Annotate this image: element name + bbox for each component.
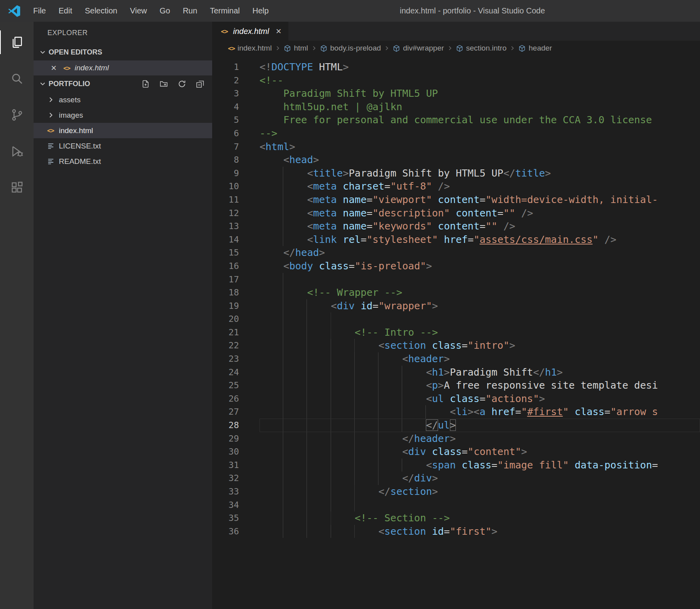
code-line-4[interactable]: 4html5up.net | @ajlkn (212, 100, 700, 114)
line-content: <li><a href="#first" class="arrow s (260, 405, 700, 419)
tab-index-html[interactable]: <> index.html × (212, 22, 288, 41)
tree-item-readme-txt[interactable]: README.txt (34, 154, 212, 169)
line-number: 1 (212, 60, 239, 74)
code-line-11[interactable]: 11<meta name="viewport" content="width=d… (212, 193, 700, 207)
code-line-22[interactable]: 22<section class="intro"> (212, 339, 700, 352)
breadcrumb-separator-icon (384, 45, 390, 51)
line-number: 32 (212, 472, 239, 485)
code-line-26[interactable]: 26<ul class="actions"> (212, 392, 700, 406)
collapse-all-button[interactable] (194, 78, 206, 90)
new-folder-button[interactable] (158, 78, 169, 90)
code-line-14[interactable]: 14<link rel="stylesheet" href="assets/cs… (212, 233, 700, 246)
open-editor-item[interactable]: × <> index.html (34, 60, 212, 75)
new-file-button[interactable] (139, 78, 151, 90)
line-number: 22 (212, 339, 239, 352)
menu-file[interactable]: File (27, 0, 52, 22)
line-content: <!-- Wrapper --> (260, 286, 700, 299)
line-content: <title>Paradigm Shift by HTML5 UP</title… (260, 167, 700, 180)
code-line-2[interactable]: 2<!-- (212, 74, 700, 87)
code-line-9[interactable]: 9<title>Paradigm Shift by HTML5 UP</titl… (212, 167, 700, 180)
code-area[interactable]: 1<!DOCTYPE HTML>2<!--3Paradigm Shift by … (212, 56, 700, 609)
line-content: <meta name="keywords" content="" /> (260, 220, 700, 233)
extensions-icon[interactable] (0, 169, 34, 206)
menu-view[interactable]: View (124, 0, 153, 22)
code-line-1[interactable]: 1<!DOCTYPE HTML> (212, 60, 700, 74)
menu-edit[interactable]: Edit (52, 0, 78, 22)
code-line-25[interactable]: 25<p>A free responsive site template des… (212, 379, 700, 392)
breadcrumb-item[interactable]: header (518, 44, 552, 53)
code-line-20[interactable]: 20 (212, 312, 700, 326)
code-line-3[interactable]: 3Paradigm Shift by HTML5 UP (212, 87, 700, 100)
code-line-29[interactable]: 29</header> (212, 432, 700, 445)
refresh-button[interactable] (176, 78, 188, 90)
menu-terminal[interactable]: Terminal (203, 0, 246, 22)
open-editor-label: index.html (75, 64, 109, 72)
source-control-icon[interactable] (0, 97, 34, 133)
tree-item-index-html[interactable]: <>index.html (34, 123, 212, 138)
close-icon[interactable]: × (276, 26, 281, 36)
code-line-32[interactable]: 32</div> (212, 472, 700, 485)
menu-run[interactable]: Run (177, 0, 204, 22)
line-content: </ul> (260, 419, 700, 432)
code-line-35[interactable]: 35<!-- Section --> (212, 511, 700, 525)
code-line-15[interactable]: 15</head> (212, 246, 700, 259)
code-line-21[interactable]: 21<!-- Intro --> (212, 326, 700, 339)
code-line-16[interactable]: 16<body class="is-preload"> (212, 259, 700, 273)
code-line-30[interactable]: 30<div class="content"> (212, 445, 700, 459)
close-icon[interactable]: × (49, 63, 59, 73)
code-line-5[interactable]: 5Free for personal and commercial use un… (212, 113, 700, 127)
explorer-sidebar: EXPLORER OPEN EDITORS × <> index.html PO… (34, 22, 212, 609)
tree-item-assets[interactable]: assets (34, 92, 212, 107)
run-and-debug-icon[interactable] (0, 133, 34, 169)
code-line-12[interactable]: 12<meta name="description" content="" /> (212, 207, 700, 220)
code-line-10[interactable]: 10<meta charset="utf-8" /> (212, 180, 700, 193)
line-number: 24 (212, 366, 239, 379)
code-line-28[interactable]: 28</ul> (212, 419, 700, 432)
code-line-31[interactable]: 31<span class="image fill" data-position… (212, 459, 700, 472)
line-content: <p>A free responsive site template desi (260, 379, 700, 392)
line-number: 31 (212, 459, 239, 472)
search-icon[interactable] (0, 60, 34, 97)
breadcrumb-item[interactable]: html (284, 44, 308, 53)
breadcrumb-item[interactable]: <>index.html (228, 44, 272, 53)
menu-go[interactable]: Go (153, 0, 177, 22)
title-bar: FileEditSelectionViewGoRunTerminalHelp i… (0, 0, 700, 22)
code-line-27[interactable]: 27<li><a href="#first" class="arrow s (212, 405, 700, 419)
chevron-right-icon (45, 95, 56, 105)
explorer-icon[interactable] (0, 24, 34, 60)
code-line-23[interactable]: 23<header> (212, 352, 700, 366)
code-line-18[interactable]: 18<!-- Wrapper --> (212, 286, 700, 299)
open-editors-header[interactable]: OPEN EDITORS (34, 44, 212, 60)
tree-item-license-txt[interactable]: LICENSE.txt (34, 138, 212, 154)
line-number: 30 (212, 445, 239, 459)
code-line-19[interactable]: 19<div id="wrapper"> (212, 299, 700, 313)
breadcrumb-item[interactable]: div#wrapper (393, 44, 444, 53)
code-line-17[interactable]: 17 (212, 273, 700, 286)
breadcrumb-separator-icon (311, 45, 317, 51)
code-line-36[interactable]: 36<section id="first"> (212, 525, 700, 538)
menu-selection[interactable]: Selection (79, 0, 124, 22)
code-line-6[interactable]: 6--> (212, 127, 700, 140)
tree-item-images[interactable]: images (34, 107, 212, 123)
line-number: 3 (212, 87, 239, 100)
line-content: </div> (260, 472, 700, 485)
txt-icon (45, 156, 56, 167)
code-line-24[interactable]: 24<h1>Paradigm Shift</h1> (212, 366, 700, 379)
cube-icon (456, 45, 463, 52)
breadcrumb-item[interactable]: section.intro (456, 44, 506, 53)
line-content: Paradigm Shift by HTML5 UP (260, 87, 700, 100)
line-content (260, 312, 700, 326)
code-line-34[interactable]: 34 (212, 498, 700, 512)
menu-help[interactable]: Help (246, 0, 275, 22)
code-line-7[interactable]: 7<html> (212, 140, 700, 154)
code-line-8[interactable]: 8<head> (212, 153, 700, 167)
tree-item-label: assets (59, 96, 81, 104)
line-content (260, 498, 700, 512)
line-content: </section> (260, 485, 700, 498)
portfolio-header[interactable]: PORTFOLIO (34, 75, 212, 92)
line-content: --> (260, 127, 700, 140)
code-line-33[interactable]: 33</section> (212, 485, 700, 498)
breadcrumb-item[interactable]: body.is-preload (320, 44, 381, 53)
code-line-13[interactable]: 13<meta name="keywords" content="" /> (212, 220, 700, 233)
line-content: <meta name="description" content="" /> (260, 207, 700, 220)
